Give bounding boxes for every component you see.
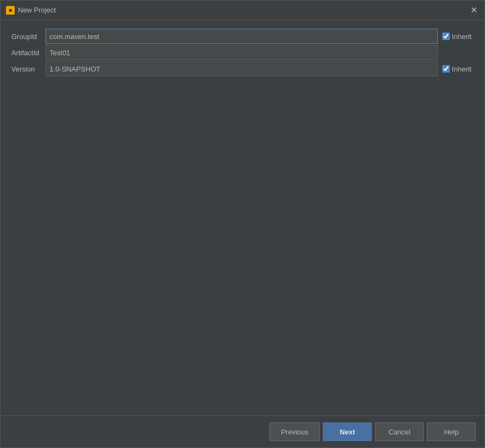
- next-button[interactable]: Next: [323, 423, 372, 441]
- app-icon: ■: [6, 6, 15, 15]
- version-inherit-label: Inherit: [452, 65, 471, 73]
- version-inherit: Inherit: [438, 62, 476, 76]
- groupid-inherit-label: Inherit: [452, 33, 471, 41]
- title-bar-left: ■ New Project: [6, 6, 56, 15]
- previous-button[interactable]: Previous: [269, 423, 320, 441]
- artifactid-label: ArtifactId: [9, 46, 46, 60]
- version-inherit-checkbox[interactable]: [442, 65, 450, 73]
- version-input[interactable]: [46, 61, 438, 76]
- help-button[interactable]: Help: [427, 423, 476, 441]
- close-button[interactable]: ✕: [468, 5, 479, 16]
- title-bar: ■ New Project ✕: [1, 1, 484, 20]
- groupid-label: GroupId: [9, 29, 46, 44]
- new-project-dialog: ■ New Project ✕ GroupId Inherit Artifact…: [0, 0, 485, 448]
- version-label: Version: [9, 62, 46, 76]
- groupid-inherit: Inherit: [438, 29, 476, 44]
- footer: Previous Next Cancel Help: [1, 415, 484, 447]
- cancel-button[interactable]: Cancel: [375, 423, 424, 441]
- window-title: New Project: [18, 6, 56, 14]
- artifactid-input[interactable]: [46, 45, 438, 60]
- form-grid: GroupId Inherit ArtifactId Inherit: [9, 29, 476, 76]
- groupid-inherit-checkbox[interactable]: [442, 33, 450, 40]
- groupid-input[interactable]: [46, 29, 438, 44]
- form-content: GroupId Inherit ArtifactId Inherit: [1, 20, 484, 415]
